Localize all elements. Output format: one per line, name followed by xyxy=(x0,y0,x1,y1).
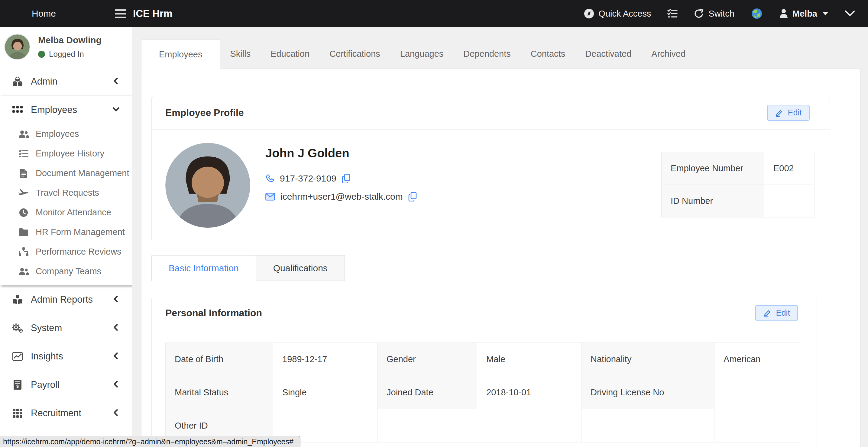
sidebar-item-label: Admin Reports xyxy=(31,294,93,305)
document-icon xyxy=(18,169,30,178)
sidebar-item-system[interactable]: System xyxy=(0,314,132,342)
tab-qualifications[interactable]: Qualifications xyxy=(256,255,345,281)
edit-personal-information-button[interactable]: Edit xyxy=(755,305,798,321)
quick-access-label: Quick Access xyxy=(598,9,651,19)
chevron-left-icon xyxy=(112,77,120,86)
checklist-button[interactable] xyxy=(667,9,678,19)
collapse-topbar-button[interactable] xyxy=(844,10,855,17)
sidebar-item-employees-group[interactable]: Employees xyxy=(0,96,132,124)
sidebar-item-insights[interactable]: Insights xyxy=(0,342,132,371)
tab-content-panel: Employee Profile Edit xyxy=(141,69,861,447)
envelope-icon xyxy=(266,193,275,200)
sidebar-item-label: Insights xyxy=(31,351,63,362)
switch-button[interactable]: Switch xyxy=(694,8,734,19)
sidebar-item-label: System xyxy=(31,323,62,333)
tab-contacts[interactable]: Contacts xyxy=(521,39,575,69)
switch-icon xyxy=(694,8,704,19)
logged-in-status-dot xyxy=(38,51,45,58)
edit-button-label: Edit xyxy=(776,308,790,318)
employee-phone-row: 917-372-9109 xyxy=(266,173,417,184)
users-icon xyxy=(18,267,30,276)
sidebar-subitem-label: HR Form Management xyxy=(36,227,125,237)
browser-status-bar: https://icehrm.com/app/demo-icehrm/?g=ad… xyxy=(0,436,301,447)
tab-languages[interactable]: Languages xyxy=(390,39,454,69)
top-navigation-bar: Home ICE Hrm Quick Access xyxy=(0,0,868,27)
sidebar-subitem-employees[interactable]: Employees xyxy=(0,124,132,144)
quick-access-button[interactable]: Quick Access xyxy=(584,8,651,19)
field-value xyxy=(582,409,714,443)
chevron-left-icon xyxy=(112,295,120,304)
sidebar-item-recruitment[interactable]: Recruitment xyxy=(0,399,132,427)
sidebar-subitem-monitor-attendance[interactable]: Monitor Attendance xyxy=(0,203,132,222)
sidebar-subitem-company-teams[interactable]: Company Teams xyxy=(0,261,132,281)
user-name-label: Melba xyxy=(793,9,817,19)
status-url: https://icehrm.com/app/demo-icehrm/?g=ad… xyxy=(3,437,293,446)
main-content: Employees Skills Education Certification… xyxy=(132,27,868,447)
field-value: American xyxy=(714,343,800,376)
user-menu[interactable]: Melba xyxy=(779,9,828,19)
employee-profile-card: Employee Profile Edit xyxy=(151,96,830,241)
field-value xyxy=(714,376,800,409)
sidebar-item-admin-reports[interactable]: Admin Reports xyxy=(0,285,132,314)
sidebar-item-label: Recruitment xyxy=(31,408,81,419)
field-label: Date of Birth xyxy=(166,343,273,376)
tab-archived[interactable]: Archived xyxy=(641,39,695,69)
field-label: Gender xyxy=(377,343,477,376)
sidebar-item-admin[interactable]: Admin xyxy=(0,67,132,96)
user-icon xyxy=(779,9,788,19)
sidebar-subitem-employee-history[interactable]: Employee History xyxy=(0,144,132,163)
employee-phone[interactable]: 917-372-9109 xyxy=(280,173,336,184)
grid-icon xyxy=(11,106,24,114)
hamburger-menu-icon[interactable] xyxy=(115,9,126,18)
copy-icon[interactable] xyxy=(408,192,417,201)
employee-profile-title: Employee Profile xyxy=(165,107,244,118)
sidebar-item-label: Admin xyxy=(31,76,57,87)
field-label: Driving License No xyxy=(582,376,714,409)
edit-profile-button[interactable]: Edit xyxy=(767,105,810,121)
language-globe-button[interactable] xyxy=(751,7,763,20)
field-value xyxy=(377,409,477,443)
invoice-icon: $ xyxy=(11,380,24,390)
sidebar-subitem-travel-requests[interactable]: Travel Requests xyxy=(0,183,132,203)
tab-education[interactable]: Education xyxy=(260,39,319,69)
grid3-icon xyxy=(11,409,24,418)
sidebar-subitem-hr-form-management[interactable]: HR Form Management xyxy=(0,222,132,242)
field-value: Single xyxy=(273,376,377,409)
employee-name: John J Golden xyxy=(266,147,417,160)
sidebar-subitem-document-management[interactable]: Document Management xyxy=(0,163,132,183)
field-label: Marital Status xyxy=(166,376,273,409)
phone-icon xyxy=(266,174,274,183)
personal-information-table: Date of Birth 1989-12-17 Gender Male Nat… xyxy=(165,343,800,443)
chevron-left-icon xyxy=(112,323,120,332)
checklist-icon xyxy=(667,9,678,19)
sidebar-subitem-performance-reviews[interactable]: Performance Reviews xyxy=(0,242,132,261)
personal-information-title: Personal Information xyxy=(165,308,262,319)
tab-deactivated[interactable]: Deactivated xyxy=(575,39,641,69)
tab-dependents[interactable]: Dependents xyxy=(453,39,521,69)
task-list-icon xyxy=(18,150,30,158)
sidebar-subitem-label: Travel Requests xyxy=(36,188,99,198)
sidebar-item-payroll[interactable]: $ Payroll xyxy=(0,371,132,399)
home-link[interactable]: Home xyxy=(32,8,56,19)
field-value: 2018-10-01 xyxy=(477,376,582,409)
switch-label: Switch xyxy=(708,9,734,19)
folder-icon xyxy=(18,228,30,236)
tab-skills[interactable]: Skills xyxy=(220,39,260,69)
chevron-left-icon xyxy=(112,409,120,418)
tab-employees[interactable]: Employees xyxy=(141,39,220,69)
field-value xyxy=(477,409,582,443)
summary-value xyxy=(764,185,814,218)
tab-certifications[interactable]: Certifications xyxy=(319,39,390,69)
summary-value: E002 xyxy=(764,152,814,185)
sidebar-subitem-label: Employees xyxy=(36,129,79,139)
module-tabs: Employees Skills Education Certification… xyxy=(141,27,861,69)
clock-icon xyxy=(18,208,30,217)
edit-button-label: Edit xyxy=(787,108,802,118)
copy-icon[interactable] xyxy=(342,174,350,183)
sidebar-item-label: Employees xyxy=(31,104,77,116)
employee-summary-table: Employee Number E002 ID Number xyxy=(661,152,814,218)
sidebar-subitem-label: Company Teams xyxy=(36,266,101,276)
employee-email[interactable]: icehrm+user1@web-stalk.com xyxy=(280,191,403,202)
tab-basic-information[interactable]: Basic Information xyxy=(151,255,256,281)
table-row: ID Number xyxy=(661,185,814,218)
